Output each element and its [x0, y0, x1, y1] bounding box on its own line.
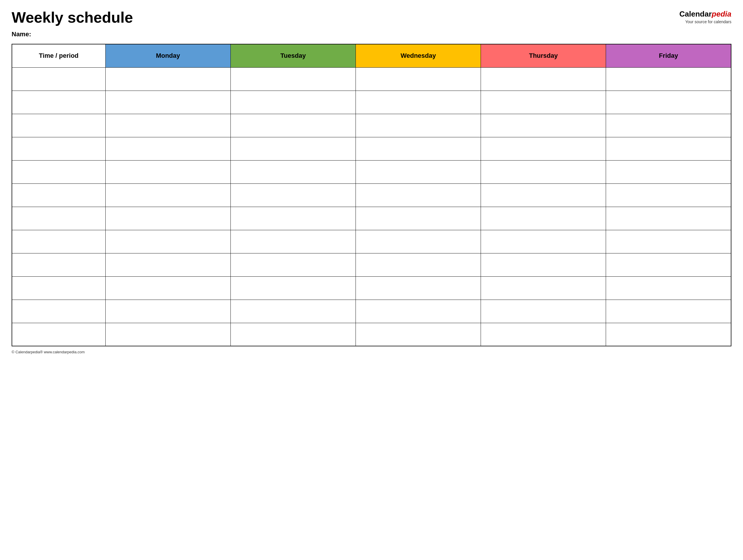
- schedule-cell[interactable]: [355, 207, 481, 230]
- schedule-table: Time / period Monday Tuesday Wednesday T…: [12, 44, 731, 346]
- schedule-cell[interactable]: [606, 91, 731, 114]
- schedule-cell[interactable]: [355, 137, 481, 160]
- schedule-cell[interactable]: [355, 114, 481, 137]
- col-header-time: Time / period: [12, 44, 105, 67]
- col-header-monday: Monday: [105, 44, 230, 67]
- schedule-cell[interactable]: [105, 207, 230, 230]
- schedule-cell[interactable]: [355, 183, 481, 207]
- time-cell[interactable]: [12, 253, 105, 276]
- schedule-cell[interactable]: [230, 207, 355, 230]
- table-row: [12, 137, 731, 160]
- schedule-cell[interactable]: [105, 160, 230, 183]
- schedule-cell[interactable]: [481, 323, 606, 346]
- time-cell[interactable]: [12, 67, 105, 91]
- schedule-cell[interactable]: [481, 137, 606, 160]
- time-cell[interactable]: [12, 207, 105, 230]
- time-cell[interactable]: [12, 160, 105, 183]
- table-row: [12, 323, 731, 346]
- schedule-cell[interactable]: [606, 137, 731, 160]
- table-row: [12, 230, 731, 253]
- table-row: [12, 207, 731, 230]
- col-header-wednesday: Wednesday: [355, 44, 481, 67]
- schedule-cell[interactable]: [105, 276, 230, 300]
- schedule-cell[interactable]: [481, 67, 606, 91]
- brand-calendar-text: Calendar: [680, 10, 712, 18]
- table-row: [12, 67, 731, 91]
- schedule-cell[interactable]: [105, 67, 230, 91]
- brand-pedia-text: pedia: [712, 10, 731, 18]
- schedule-cell[interactable]: [355, 300, 481, 323]
- schedule-cell[interactable]: [606, 230, 731, 253]
- time-cell[interactable]: [12, 300, 105, 323]
- schedule-cell[interactable]: [481, 91, 606, 114]
- schedule-cell[interactable]: [355, 91, 481, 114]
- schedule-cell[interactable]: [481, 300, 606, 323]
- schedule-cell[interactable]: [606, 114, 731, 137]
- schedule-cell[interactable]: [105, 183, 230, 207]
- table-row: [12, 114, 731, 137]
- schedule-cell[interactable]: [481, 183, 606, 207]
- schedule-cell[interactable]: [606, 67, 731, 91]
- schedule-cell[interactable]: [606, 300, 731, 323]
- page-header: Weekly schedule Calendarpedia Your sourc…: [12, 9, 731, 26]
- schedule-cell[interactable]: [105, 114, 230, 137]
- schedule-cell[interactable]: [481, 253, 606, 276]
- time-cell[interactable]: [12, 276, 105, 300]
- table-row: [12, 253, 731, 276]
- schedule-cell[interactable]: [105, 230, 230, 253]
- schedule-cell[interactable]: [606, 276, 731, 300]
- schedule-cell[interactable]: [230, 183, 355, 207]
- schedule-cell[interactable]: [230, 114, 355, 137]
- schedule-cell[interactable]: [230, 137, 355, 160]
- time-cell[interactable]: [12, 114, 105, 137]
- name-label: Name:: [12, 31, 731, 38]
- schedule-cell[interactable]: [230, 230, 355, 253]
- schedule-cell[interactable]: [230, 323, 355, 346]
- schedule-cell[interactable]: [606, 207, 731, 230]
- schedule-cell[interactable]: [230, 91, 355, 114]
- time-cell[interactable]: [12, 137, 105, 160]
- time-cell[interactable]: [12, 183, 105, 207]
- time-cell[interactable]: [12, 230, 105, 253]
- col-header-tuesday: Tuesday: [230, 44, 355, 67]
- schedule-cell[interactable]: [481, 114, 606, 137]
- col-header-thursday: Thursday: [481, 44, 606, 67]
- table-header-row: Time / period Monday Tuesday Wednesday T…: [12, 44, 731, 67]
- table-row: [12, 276, 731, 300]
- schedule-cell[interactable]: [606, 183, 731, 207]
- schedule-cell[interactable]: [481, 230, 606, 253]
- time-cell[interactable]: [12, 323, 105, 346]
- schedule-cell[interactable]: [355, 230, 481, 253]
- schedule-cell[interactable]: [105, 300, 230, 323]
- schedule-cell[interactable]: [230, 67, 355, 91]
- schedule-cell[interactable]: [355, 253, 481, 276]
- schedule-cell[interactable]: [105, 91, 230, 114]
- schedule-cell[interactable]: [105, 253, 230, 276]
- table-row: [12, 183, 731, 207]
- schedule-cell[interactable]: [481, 276, 606, 300]
- table-row: [12, 160, 731, 183]
- schedule-cell[interactable]: [230, 253, 355, 276]
- schedule-cell[interactable]: [105, 137, 230, 160]
- time-cell[interactable]: [12, 91, 105, 114]
- schedule-cell[interactable]: [606, 253, 731, 276]
- table-row: [12, 300, 731, 323]
- schedule-cell[interactable]: [355, 160, 481, 183]
- schedule-cell[interactable]: [105, 323, 230, 346]
- schedule-cell[interactable]: [481, 160, 606, 183]
- schedule-cell[interactable]: [355, 323, 481, 346]
- schedule-cell[interactable]: [481, 207, 606, 230]
- schedule-cell[interactable]: [230, 276, 355, 300]
- schedule-cell[interactable]: [230, 160, 355, 183]
- schedule-cell[interactable]: [355, 67, 481, 91]
- schedule-cell[interactable]: [230, 300, 355, 323]
- page-title: Weekly schedule: [12, 9, 133, 26]
- footer: © Calendarpedia® www.calendarpedia.com: [12, 350, 731, 354]
- schedule-body: [12, 67, 731, 346]
- schedule-cell[interactable]: [606, 160, 731, 183]
- brand-name: Calendarpedia: [680, 9, 731, 19]
- table-row: [12, 91, 731, 114]
- schedule-cell[interactable]: [606, 323, 731, 346]
- brand-tagline: Your source for calendars: [680, 19, 731, 25]
- schedule-cell[interactable]: [355, 276, 481, 300]
